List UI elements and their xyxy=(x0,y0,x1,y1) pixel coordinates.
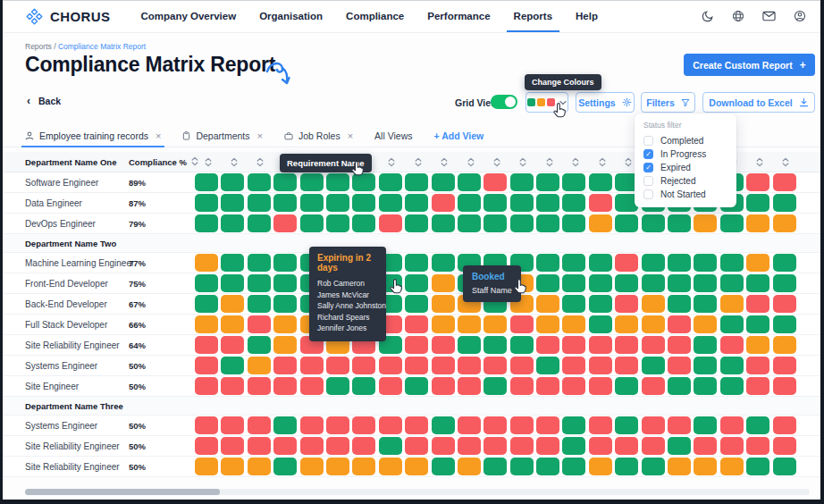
tab-all-views[interactable]: All Views xyxy=(374,124,412,147)
tab-employee-training-records[interactable]: Employee training records× xyxy=(25,124,161,147)
matrix-cell[interactable] xyxy=(432,377,455,395)
matrix-cell[interactable] xyxy=(273,336,297,354)
matrix-cell[interactable] xyxy=(432,357,455,374)
dark-mode-icon[interactable] xyxy=(702,10,714,22)
sort-icon[interactable] xyxy=(221,157,247,167)
matrix-cell[interactable] xyxy=(773,315,796,333)
matrix-cell[interactable] xyxy=(510,437,534,455)
matrix-cell[interactable] xyxy=(405,295,428,313)
matrix-cell[interactable] xyxy=(589,173,612,191)
matrix-cell[interactable] xyxy=(642,336,665,354)
matrix-cell[interactable] xyxy=(694,295,717,313)
matrix-cell[interactable] xyxy=(405,458,428,475)
matrix-cell[interactable] xyxy=(589,416,612,434)
matrix-cell[interactable] xyxy=(536,315,559,333)
matrix-cell[interactable] xyxy=(326,416,349,434)
matrix-cell[interactable] xyxy=(668,254,691,272)
matrix-cell[interactable] xyxy=(562,295,585,313)
matrix-cell[interactable] xyxy=(589,194,612,212)
matrix-cell[interactable] xyxy=(195,377,218,395)
matrix-cell[interactable] xyxy=(352,377,375,395)
matrix-cell[interactable] xyxy=(432,416,455,434)
matrix-cell[interactable] xyxy=(273,416,297,434)
sort-icon[interactable] xyxy=(432,157,458,167)
sort-icon[interactable] xyxy=(458,157,483,167)
matrix-cell[interactable] xyxy=(405,315,428,333)
matrix-cell[interactable] xyxy=(458,214,481,232)
matrix-cell[interactable] xyxy=(195,295,218,313)
matrix-cell[interactable] xyxy=(326,173,349,191)
matrix-cell[interactable] xyxy=(694,254,717,272)
sort-icon[interactable] xyxy=(562,157,588,167)
matrix-cell[interactable] xyxy=(562,194,585,212)
matrix-cell[interactable] xyxy=(273,274,297,292)
matrix-cell[interactable] xyxy=(510,416,534,434)
matrix-cell[interactable] xyxy=(221,437,244,455)
matrix-cell[interactable] xyxy=(694,377,717,395)
matrix-cell[interactable] xyxy=(642,315,665,333)
matrix-cell[interactable] xyxy=(589,295,612,313)
matrix-cell[interactable] xyxy=(273,377,297,395)
matrix-cell[interactable] xyxy=(221,357,244,374)
status-option-rejected[interactable]: Rejected xyxy=(643,174,727,188)
matrix-cell[interactable] xyxy=(248,377,271,395)
matrix-cell[interactable] xyxy=(483,336,507,354)
scrollbar-thumb[interactable] xyxy=(25,489,220,495)
matrix-cell[interactable] xyxy=(668,315,691,333)
matrix-cell[interactable] xyxy=(562,377,585,395)
matrix-cell[interactable] xyxy=(615,437,638,455)
matrix-cell[interactable] xyxy=(746,437,769,455)
matrix-cell[interactable] xyxy=(720,254,744,272)
matrix-cell[interactable] xyxy=(352,214,375,232)
sort-icon[interactable] xyxy=(510,157,536,167)
close-tab-icon[interactable]: × xyxy=(257,130,263,141)
matrix-cell[interactable] xyxy=(773,295,796,313)
matrix-cell[interactable] xyxy=(773,377,796,395)
matrix-cell[interactable] xyxy=(536,357,559,374)
matrix-cell[interactable] xyxy=(720,295,744,313)
matrix-cell[interactable] xyxy=(510,336,534,354)
matrix-cell[interactable] xyxy=(483,458,507,475)
breadcrumb-root[interactable]: Reports xyxy=(25,42,52,51)
matrix-cell[interactable] xyxy=(352,437,375,455)
matrix-cell[interactable] xyxy=(536,416,559,434)
matrix-cell[interactable] xyxy=(615,458,638,475)
nav-item-company-overview[interactable]: Company Overview xyxy=(140,0,236,32)
matrix-cell[interactable] xyxy=(483,194,507,212)
matrix-cell[interactable] xyxy=(746,274,769,292)
matrix-cell[interactable] xyxy=(668,416,691,434)
nav-item-performance[interactable]: Performance xyxy=(427,0,490,32)
matrix-cell[interactable] xyxy=(483,416,507,434)
matrix-cell[interactable] xyxy=(536,214,559,232)
matrix-cell[interactable] xyxy=(694,458,717,475)
matrix-cell[interactable] xyxy=(642,295,665,313)
matrix-cell[interactable] xyxy=(483,315,507,333)
matrix-cell[interactable] xyxy=(536,336,559,354)
matrix-cell[interactable] xyxy=(773,416,796,434)
sort-icon[interactable] xyxy=(248,157,273,167)
matrix-cell[interactable] xyxy=(773,214,796,232)
matrix-cell[interactable] xyxy=(562,437,585,455)
matrix-cell[interactable] xyxy=(615,315,638,333)
matrix-cell[interactable] xyxy=(510,458,534,475)
matrix-cell[interactable] xyxy=(221,416,244,434)
matrix-cell[interactable] xyxy=(694,416,717,434)
matrix-cell[interactable] xyxy=(589,458,612,475)
matrix-cell[interactable] xyxy=(773,274,796,292)
status-option-in-progress[interactable]: ✓In Progress xyxy=(643,147,727,161)
matrix-cell[interactable] xyxy=(221,458,244,475)
matrix-cell[interactable] xyxy=(221,315,244,333)
matrix-cell[interactable] xyxy=(746,336,769,354)
matrix-cell[interactable] xyxy=(326,214,349,232)
matrix-cell[interactable] xyxy=(483,357,507,374)
matrix-cell[interactable] xyxy=(248,274,271,292)
nav-item-compliance[interactable]: Compliance xyxy=(346,0,404,32)
matrix-cell[interactable] xyxy=(694,274,717,292)
matrix-cell[interactable] xyxy=(510,315,534,333)
matrix-cell[interactable] xyxy=(642,214,665,232)
matrix-cell[interactable] xyxy=(746,295,769,313)
compliance-column-header[interactable]: Compliance % xyxy=(129,156,195,168)
matrix-cell[interactable] xyxy=(221,194,244,212)
matrix-cell[interactable] xyxy=(483,173,507,191)
matrix-cell[interactable] xyxy=(668,458,691,475)
